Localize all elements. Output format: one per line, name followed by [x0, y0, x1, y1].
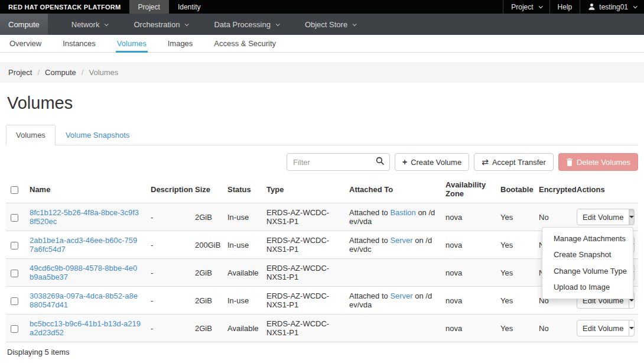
nav-label-orchestration: Orchestration: [134, 20, 180, 29]
tab-volumes[interactable]: Volumes: [6, 125, 56, 145]
row-checkbox[interactable]: [11, 297, 18, 305]
attached-to-cell: [344, 259, 441, 287]
row-checkbox[interactable]: [11, 325, 18, 333]
transfer-arrows-icon: ⇄: [482, 158, 489, 166]
menu-item-change-volume-type[interactable]: Change Volume Type: [542, 263, 633, 279]
instance-link[interactable]: Bastion: [390, 208, 415, 217]
help-link[interactable]: Help: [549, 0, 580, 14]
table-footer-count: Displaying 5 items: [6, 342, 638, 362]
nav-label-data-processing: Data Processing: [214, 20, 270, 29]
nav-label-object-store: Object Store: [305, 20, 347, 29]
status-cell: In-use: [223, 287, 262, 315]
size-cell: 200GiB: [190, 231, 223, 259]
delete-volumes-button[interactable]: Delete Volumes: [558, 153, 638, 171]
actions-dropdown-toggle[interactable]: [629, 209, 635, 225]
size-cell: 2GiB: [190, 287, 223, 315]
instance-link[interactable]: Server: [390, 236, 412, 245]
tab-volume-snapshots[interactable]: Volume Snapshots: [56, 125, 139, 145]
row-checkbox[interactable]: [11, 214, 18, 222]
accept-transfer-label: Accept Transfer: [492, 158, 546, 167]
breadcrumb-project[interactable]: Project: [8, 68, 32, 77]
menu-item-upload-to-image[interactable]: Upload to Image: [542, 279, 633, 295]
table-row: bc5bcc13-b9c6-41b1-b13d-a219a2d23d52 - 2…: [6, 315, 638, 342]
header-attached-to[interactable]: Attached To: [344, 176, 441, 203]
menu-item-create-snapshot[interactable]: Create Snapshot: [542, 247, 633, 262]
chevron-down-icon: [276, 22, 280, 26]
breadcrumb-compute[interactable]: Compute: [45, 68, 76, 77]
filter-box: [287, 153, 390, 171]
zone-cell: nova: [441, 287, 496, 315]
header-availability-zone[interactable]: Availability Zone: [441, 176, 496, 203]
bootable-cell: Yes: [496, 231, 534, 259]
status-cell: Available: [223, 315, 262, 342]
menu-item-manage-attachments[interactable]: Manage Attachments: [542, 231, 633, 247]
header-size[interactable]: Size: [190, 176, 223, 203]
row-checkbox[interactable]: [11, 270, 18, 277]
status-cell: In-use: [223, 231, 262, 259]
volume-name-link[interactable]: 3038269a-097a-4dca-8b52-a8e880547d41: [30, 291, 138, 309]
delete-volumes-label: Delete Volumes: [577, 158, 630, 167]
subnav-item-overview[interactable]: Overview: [8, 35, 43, 52]
trash-icon: [566, 158, 573, 166]
instance-link[interactable]: Server: [390, 291, 412, 300]
edit-volume-button[interactable]: Edit Volume: [577, 209, 629, 225]
select-all-checkbox[interactable]: [11, 186, 18, 194]
chevron-down-icon: [353, 22, 357, 26]
type-cell: ERDS-AZ-WCDC-NXS1-P1: [262, 315, 344, 342]
main-nav: Compute Network Orchestration Data Proce…: [0, 14, 644, 35]
nav-item-network[interactable]: Network: [63, 14, 116, 35]
user-menu[interactable]: testing01: [580, 0, 644, 14]
description-cell: -: [146, 231, 190, 259]
description-cell: -: [146, 287, 190, 315]
attached-to-cell: [344, 315, 441, 342]
header-description[interactable]: Description: [146, 176, 190, 203]
row-checkbox[interactable]: [11, 242, 18, 249]
header-encrypted[interactable]: Encrypted: [534, 176, 572, 203]
project-dropdown[interactable]: Project: [503, 0, 549, 14]
topbar-right-group: Project Help testing01: [503, 0, 644, 14]
header-actions: Actions: [572, 176, 638, 203]
bootable-cell: Yes: [496, 287, 534, 315]
attached-to-cell: Attached to Server on /dev/vdc: [344, 231, 441, 259]
edit-volume-button[interactable]: Edit Volume: [577, 320, 629, 336]
status-cell: Available: [223, 259, 262, 287]
chevron-down-icon: [185, 22, 189, 26]
volume-name-link[interactable]: bc5bcc13-b9c6-41b1-b13d-a219a2d23d52: [30, 319, 141, 337]
volume-tabs: Volumes Volume Snapshots: [6, 125, 638, 145]
table-toolbar: + Create Volume ⇄ Accept Transfer Delete…: [6, 153, 638, 171]
type-cell: ERDS-AZ-WCDC-NXS1-P1: [262, 287, 344, 315]
breadcrumb-separator: /: [82, 68, 84, 77]
nav-label-compute: Compute: [8, 20, 40, 29]
header-status[interactable]: Status: [223, 176, 262, 203]
header-name[interactable]: Name: [25, 176, 146, 203]
page-title: Volumes: [6, 93, 638, 113]
actions-dropdown-toggle[interactable]: [629, 320, 635, 336]
subnav-item-volumes[interactable]: Volumes: [116, 35, 148, 52]
create-volume-label: Create Volume: [411, 158, 461, 167]
project-dropdown-label: Project: [511, 3, 533, 11]
nav-item-orchestration[interactable]: Orchestration: [125, 14, 196, 35]
volumes-table: Name Description Size Status Type Attach…: [6, 176, 638, 342]
filter-input[interactable]: [287, 158, 376, 167]
create-volume-button[interactable]: + Create Volume: [395, 153, 469, 171]
accept-transfer-button[interactable]: ⇄ Accept Transfer: [474, 153, 554, 171]
size-cell: 2GiB: [190, 203, 223, 231]
caret-down-icon: [629, 216, 634, 218]
topbar-tab-identity[interactable]: Identity: [169, 0, 210, 14]
breadcrumb: Project / Compute / Volumes: [0, 62, 644, 83]
volume-name-link[interactable]: 8fc1b122-5b26-4f8a-8bce-3c9f38f520ec: [30, 208, 139, 226]
subnav-item-instances[interactable]: Instances: [61, 35, 97, 52]
volume-name-link[interactable]: 2ab1be1a-acd3-46ee-b60c-7597a6fc54d7: [30, 236, 137, 254]
status-cell: In-use: [223, 203, 262, 231]
subnav-item-access-security[interactable]: Access & Security: [213, 35, 277, 52]
header-type[interactable]: Type: [262, 176, 344, 203]
search-icon[interactable]: [376, 157, 385, 167]
subnav-item-images[interactable]: Images: [167, 35, 194, 52]
volume-name-link[interactable]: 49cd6c9b-0988-4578-8bbe-4e0b9aa5be37: [30, 264, 137, 281]
username: testing01: [599, 3, 628, 11]
topbar-tab-project[interactable]: Project: [129, 0, 169, 14]
header-bootable[interactable]: Bootable: [496, 176, 534, 203]
nav-item-compute[interactable]: Compute: [0, 14, 48, 35]
nav-item-object-store[interactable]: Object Store: [297, 14, 364, 35]
nav-item-data-processing[interactable]: Data Processing: [206, 14, 287, 35]
